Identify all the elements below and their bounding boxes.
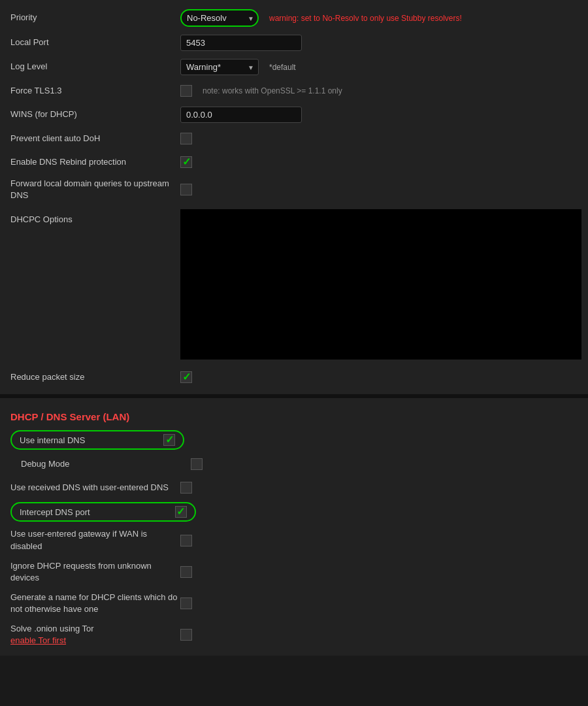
solve-onion-row: Solve .onion using Tor enable Tor first xyxy=(10,620,578,651)
intercept-dns-highlight: Intercept DNS port ✓ xyxy=(10,502,196,522)
ignore-dhcp-row: Ignore DHCP requests from unknown device… xyxy=(10,556,578,588)
lan-section-title: DHCP / DNS Server (LAN) xyxy=(10,403,578,428)
debug-mode-label: Debug Mode xyxy=(21,459,191,470)
local-port-row: Local Port xyxy=(10,31,578,55)
force-tls-note: note: works with OpenSSL >= 1.1.1 only xyxy=(203,86,342,95)
priority-select[interactable]: No-Resolv Default Custom xyxy=(180,9,259,27)
debug-mode-checkbox[interactable] xyxy=(191,458,203,470)
dhcpc-options-row: DHCPC Options xyxy=(10,205,578,365)
use-received-dns-row: Use received DNS with user-entered DNS xyxy=(10,476,578,499)
ignore-dhcp-label: Ignore DHCP requests from unknown device… xyxy=(10,560,180,584)
wins-dhcp-label: WINS (for DHCP) xyxy=(10,109,180,120)
solve-onion-control xyxy=(180,629,192,641)
priority-row: Priority No-Resolv Default Custom warnin… xyxy=(10,5,578,31)
enable-rebind-control: ✓ xyxy=(180,156,192,168)
debug-mode-row: Debug Mode xyxy=(10,452,578,476)
forward-local-control xyxy=(180,184,192,195)
priority-label: Priority xyxy=(10,12,180,24)
generate-name-control xyxy=(180,597,192,609)
prevent-doh-checkbox[interactable] xyxy=(180,133,192,144)
local-port-control xyxy=(180,35,302,51)
lan-section: DHCP / DNS Server (LAN) Use internal DNS… xyxy=(0,398,588,656)
dhcpc-options-label: DHCPC Options xyxy=(10,209,180,224)
use-internal-dns-label: Use internal DNS xyxy=(20,435,85,445)
reduce-packet-control: ✓ xyxy=(180,371,192,383)
enable-rebind-checkmark: ✓ xyxy=(182,157,191,167)
enable-rebind-label: Enable DNS Rebind protection xyxy=(10,157,180,168)
local-port-input[interactable] xyxy=(180,35,302,51)
priority-select-wrapper: No-Resolv Default Custom xyxy=(180,9,259,27)
wins-dhcp-input[interactable] xyxy=(180,107,302,123)
wins-dhcp-row: WINS (for DHCP) xyxy=(10,103,578,127)
enable-rebind-row: Enable DNS Rebind protection ✓ xyxy=(10,150,578,174)
log-level-select-wrapper: Warning* Debug Info Error xyxy=(180,59,259,75)
ignore-dhcp-checkbox[interactable] xyxy=(180,566,192,578)
prevent-doh-control xyxy=(180,133,192,144)
dhcpc-options-textarea[interactable] xyxy=(180,209,581,360)
prevent-doh-label: Prevent client auto DoH xyxy=(10,133,180,144)
solve-onion-label: Solve .onion using Tor enable Tor first xyxy=(10,624,180,647)
reduce-packet-checkbox[interactable]: ✓ xyxy=(180,371,192,383)
log-level-row: Log Level Warning* Debug Info Error *def… xyxy=(10,55,578,79)
use-received-dns-control xyxy=(180,482,192,494)
use-internal-dns-highlight: Use internal DNS ✓ xyxy=(10,430,184,450)
use-gateway-wan-checkbox[interactable] xyxy=(180,535,192,546)
priority-warning: warning: set to No-Resolv to only use St… xyxy=(269,14,462,23)
top-section: Priority No-Resolv Default Custom warnin… xyxy=(0,0,588,395)
force-tls-checkbox[interactable] xyxy=(180,85,192,97)
tor-link[interactable]: enable Tor first xyxy=(10,635,66,645)
forward-local-row: Forward local domain queries to upstream… xyxy=(10,174,578,205)
enable-rebind-checkbox[interactable]: ✓ xyxy=(180,156,192,168)
use-internal-dns-checkbox[interactable]: ✓ xyxy=(163,434,175,446)
use-gateway-wan-row: Use user-entered gateway if WAN is disab… xyxy=(10,524,578,556)
wins-dhcp-control xyxy=(180,107,302,123)
intercept-dns-checkbox[interactable]: ✓ xyxy=(175,506,187,518)
log-level-default: *default xyxy=(269,63,296,72)
generate-name-label: Generate a name for DHCP clients which d… xyxy=(10,592,180,615)
prevent-doh-row: Prevent client auto DoH xyxy=(10,127,578,150)
reduce-packet-row: Reduce packet size ✓ xyxy=(10,365,578,389)
log-level-label: Log Level xyxy=(10,61,180,73)
use-internal-dns-checkmark: ✓ xyxy=(165,435,174,445)
intercept-dns-checkmark: ✓ xyxy=(176,507,185,517)
force-tls-row: Force TLS1.3 note: works with OpenSSL >=… xyxy=(10,79,578,103)
generate-name-checkbox[interactable] xyxy=(180,597,192,609)
use-received-dns-label: Use received DNS with user-entered DNS xyxy=(10,482,180,494)
forward-local-label: Forward local domain queries to upstream… xyxy=(10,178,180,201)
generate-name-row: Generate a name for DHCP clients which d… xyxy=(10,588,578,619)
priority-control: No-Resolv Default Custom warning: set to… xyxy=(180,9,462,27)
solve-onion-checkbox[interactable] xyxy=(180,629,192,641)
force-tls-control: note: works with OpenSSL >= 1.1.1 only xyxy=(180,85,342,97)
intercept-dns-label: Intercept DNS port xyxy=(20,507,90,517)
intercept-dns-wrapper: Intercept DNS port ✓ xyxy=(10,499,578,524)
reduce-packet-label: Reduce packet size xyxy=(10,372,180,383)
reduce-packet-checkmark: ✓ xyxy=(182,372,191,382)
log-level-control: Warning* Debug Info Error *default xyxy=(180,59,296,75)
log-level-select[interactable]: Warning* Debug Info Error xyxy=(180,59,259,75)
ignore-dhcp-control xyxy=(180,566,192,578)
debug-mode-control xyxy=(191,458,203,470)
force-tls-label: Force TLS1.3 xyxy=(10,86,180,97)
use-received-dns-checkbox[interactable] xyxy=(180,482,192,494)
use-gateway-wan-label: Use user-entered gateway if WAN is disab… xyxy=(10,528,180,552)
use-gateway-wan-control xyxy=(180,535,192,546)
local-port-label: Local Port xyxy=(10,37,180,48)
dhcpc-options-control xyxy=(180,209,581,361)
forward-local-checkbox[interactable] xyxy=(180,184,192,195)
use-internal-dns-wrapper: Use internal DNS ✓ xyxy=(10,428,578,452)
